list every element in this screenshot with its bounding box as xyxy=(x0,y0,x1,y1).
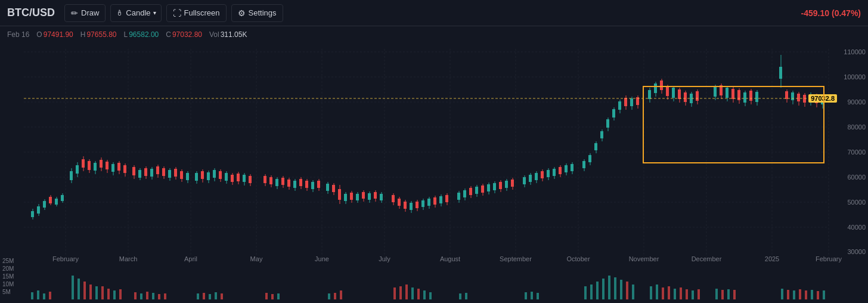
svg-rect-249 xyxy=(785,91,788,99)
svg-rect-306 xyxy=(596,282,599,299)
svg-rect-293 xyxy=(399,286,402,299)
x-label-nov: November xyxy=(629,255,659,262)
svg-rect-61 xyxy=(150,169,153,177)
y-label-110000: 110000 xyxy=(844,48,866,55)
pencil-icon: ✏ xyxy=(71,8,78,18)
svg-rect-291 xyxy=(340,290,342,299)
x-label-jul: July xyxy=(379,255,390,262)
svg-rect-35 xyxy=(70,171,73,180)
svg-rect-294 xyxy=(405,285,408,299)
gear-icon: ⚙ xyxy=(238,8,246,18)
svg-rect-315 xyxy=(662,287,664,299)
svg-rect-191 xyxy=(571,164,574,171)
svg-rect-91 xyxy=(243,175,246,182)
svg-rect-309 xyxy=(614,277,616,299)
svg-rect-327 xyxy=(787,290,789,299)
fullscreen-icon: ⛶ xyxy=(173,8,181,18)
toolbar: BTC/USD ✏ Draw 🕯 Candle ▾ ⛶ Fullscreen ⚙… xyxy=(0,0,868,26)
y-label-40000: 40000 xyxy=(847,224,866,231)
svg-rect-121 xyxy=(344,194,347,201)
vol-label-10m: 10M xyxy=(2,281,14,287)
svg-rect-287 xyxy=(271,294,274,299)
svg-rect-267 xyxy=(78,279,80,299)
y-label-90000: 90000 xyxy=(847,98,866,106)
svg-rect-320 xyxy=(692,290,694,299)
x-label-sep: September xyxy=(500,255,532,262)
vol-label-5m: 5M xyxy=(2,289,11,295)
svg-rect-111 xyxy=(311,182,314,189)
svg-rect-169 xyxy=(499,182,502,189)
svg-rect-113 xyxy=(317,181,320,188)
svg-rect-55 xyxy=(132,167,135,175)
svg-rect-69 xyxy=(174,169,177,177)
svg-rect-0 xyxy=(0,43,868,303)
svg-rect-292 xyxy=(393,287,396,299)
svg-rect-87 xyxy=(231,175,234,182)
svg-rect-241 xyxy=(743,92,746,103)
svg-rect-159 xyxy=(469,188,472,195)
svg-rect-265 xyxy=(49,292,51,299)
svg-rect-51 xyxy=(117,163,120,171)
svg-rect-187 xyxy=(559,167,562,174)
svg-rect-63 xyxy=(156,166,159,174)
svg-rect-133 xyxy=(380,194,383,200)
svg-rect-318 xyxy=(680,287,682,299)
svg-rect-125 xyxy=(356,194,359,200)
svg-rect-183 xyxy=(547,170,550,177)
svg-rect-295 xyxy=(411,287,414,299)
svg-rect-288 xyxy=(277,293,280,299)
svg-rect-197 xyxy=(594,143,597,150)
pair-label: BTC/USD xyxy=(7,7,55,19)
svg-rect-297 xyxy=(423,290,426,299)
ohlc-volume: Vol 311.05K xyxy=(209,30,247,39)
svg-rect-59 xyxy=(144,168,147,176)
vol-label-20m: 20M xyxy=(2,265,14,272)
candle-dropdown[interactable]: 🕯 Candle ▾ xyxy=(110,4,161,22)
svg-rect-39 xyxy=(82,159,85,168)
svg-rect-271 xyxy=(101,286,104,299)
settings-button[interactable]: ⚙ Settings xyxy=(231,4,283,22)
svg-rect-41 xyxy=(88,161,91,170)
fullscreen-button[interactable]: ⛶ Fullscreen xyxy=(166,4,227,22)
x-label-apr: April xyxy=(184,255,197,262)
svg-rect-308 xyxy=(608,276,610,299)
svg-rect-263 xyxy=(37,290,39,299)
svg-rect-281 xyxy=(197,293,199,299)
svg-rect-284 xyxy=(215,292,217,299)
svg-rect-283 xyxy=(209,294,211,299)
svg-rect-185 xyxy=(553,169,556,176)
svg-rect-75 xyxy=(195,173,198,181)
svg-rect-328 xyxy=(793,290,795,299)
svg-rect-79 xyxy=(207,172,210,180)
svg-rect-285 xyxy=(221,293,223,299)
y-label-100000: 100000 xyxy=(844,73,866,81)
svg-rect-235 xyxy=(726,88,728,98)
svg-rect-203 xyxy=(612,109,615,118)
svg-rect-296 xyxy=(417,289,420,299)
svg-rect-322 xyxy=(715,289,718,299)
svg-rect-300 xyxy=(465,293,467,299)
chart-area[interactable]: .grid-line { stroke: #2a2e39; stroke-wid… xyxy=(0,43,868,303)
svg-rect-255 xyxy=(803,95,806,103)
x-label-dec: December xyxy=(692,255,722,262)
draw-button[interactable]: ✏ Draw xyxy=(64,4,106,22)
svg-rect-123 xyxy=(350,193,353,200)
svg-rect-173 xyxy=(511,180,514,187)
ohlc-row: Feb 16 O 97491.90 H 97655.80 L 96582.00 … xyxy=(0,26,868,43)
svg-rect-307 xyxy=(602,279,604,299)
svg-rect-332 xyxy=(817,291,819,299)
x-label-aug: August xyxy=(440,255,460,262)
svg-rect-199 xyxy=(600,131,603,138)
svg-rect-179 xyxy=(535,173,538,180)
svg-rect-245 xyxy=(755,92,758,102)
svg-rect-43 xyxy=(94,163,97,171)
svg-rect-273 xyxy=(113,290,116,299)
svg-rect-314 xyxy=(656,285,658,299)
svg-rect-23 xyxy=(31,211,34,217)
svg-rect-65 xyxy=(162,168,165,176)
svg-rect-145 xyxy=(421,200,424,207)
svg-rect-37 xyxy=(76,165,79,174)
svg-rect-57 xyxy=(138,170,141,178)
svg-rect-135 xyxy=(392,195,395,202)
svg-rect-119 xyxy=(338,189,341,200)
